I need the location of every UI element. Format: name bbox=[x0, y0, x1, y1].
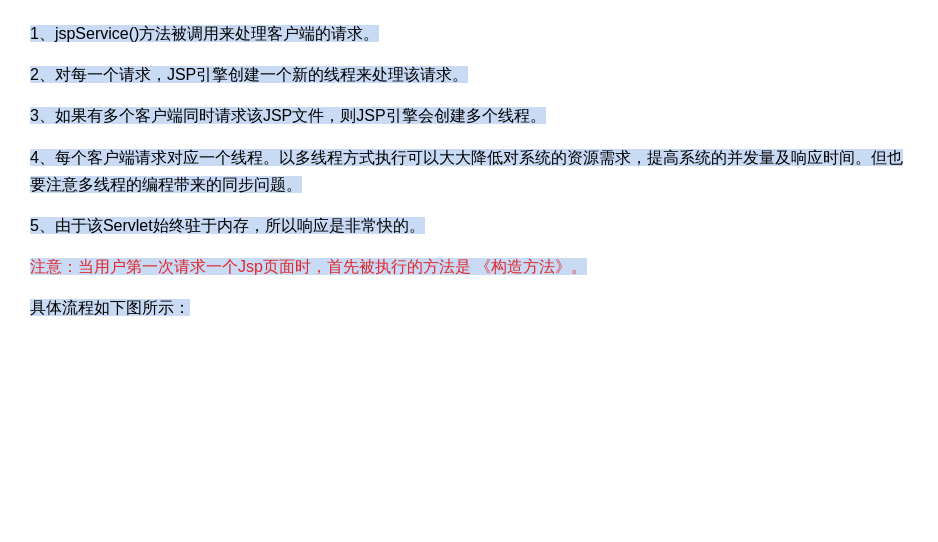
item-5: 5、由于该Servlet始终驻于内存，所以响应是非常快的。 bbox=[30, 212, 908, 239]
item-3: 3、如果有多个客户端同时请求该JSP文件，则JSP引擎会创建多个线程。 bbox=[30, 102, 908, 129]
item-2-text: 2、对每一个请求，JSP引擎创建一个新的线程来处理该请求。 bbox=[30, 66, 468, 83]
item-1: 1、jspService()方法被调用来处理客户端的请求。 bbox=[30, 20, 908, 47]
footer-text: 具体流程如下图所示： bbox=[30, 299, 190, 316]
main-content: 1、jspService()方法被调用来处理客户端的请求。 2、对每一个请求，J… bbox=[30, 20, 908, 322]
item-4-text: 4、每个客户端请求对应一个线程。以多线程方式执行可以大大降低对系统的资源需求，提… bbox=[30, 149, 903, 193]
item-4: 4、每个客户端请求对应一个线程。以多线程方式执行可以大大降低对系统的资源需求，提… bbox=[30, 144, 908, 198]
note-block: 注意：当用户第一次请求一个Jsp页面时，首先被执行的方法是 《构造方法》。 bbox=[30, 253, 908, 280]
footer-block: 具体流程如下图所示： bbox=[30, 294, 908, 321]
item-2: 2、对每一个请求，JSP引擎创建一个新的线程来处理该请求。 bbox=[30, 61, 908, 88]
note-text: 注意：当用户第一次请求一个Jsp页面时，首先被执行的方法是 《构造方法》。 bbox=[30, 258, 587, 275]
item-1-text: 1、jspService()方法被调用来处理客户端的请求。 bbox=[30, 25, 379, 42]
item-3-text: 3、如果有多个客户端同时请求该JSP文件，则JSP引擎会创建多个线程。 bbox=[30, 107, 546, 124]
item-5-text: 5、由于该Servlet始终驻于内存，所以响应是非常快的。 bbox=[30, 217, 425, 234]
